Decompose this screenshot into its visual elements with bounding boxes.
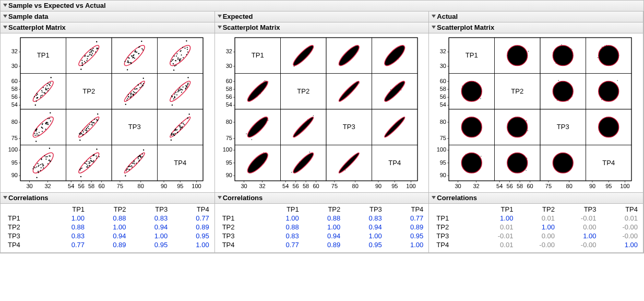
svg-rect-2843 xyxy=(616,51,616,52)
svg-rect-154 xyxy=(134,92,135,94)
svg-text:58: 58 xyxy=(11,86,18,92)
svg-rect-3110 xyxy=(466,91,467,92)
svg-rect-3225 xyxy=(559,96,559,96)
corr-cell: 0.01 xyxy=(515,214,557,223)
svg-rect-4448 xyxy=(561,159,562,159)
svg-rect-3482 xyxy=(473,132,474,132)
svg-rect-438 xyxy=(143,149,145,151)
svg-rect-3983 xyxy=(471,160,471,161)
svg-rect-3966 xyxy=(608,129,609,129)
panel-title[interactable]: Expected xyxy=(215,11,429,22)
disclosure-icon[interactable] xyxy=(432,26,436,29)
svg-rect-2817 xyxy=(568,60,568,61)
svg-rect-335 xyxy=(34,167,36,169)
scatterplot-matrix[interactable]: TP1TP2TP3TP43032545658607580909510030325… xyxy=(429,33,643,192)
svg-rect-383 xyxy=(90,158,92,159)
panel-title[interactable]: Sample data xyxy=(1,11,214,22)
svg-rect-2983 xyxy=(611,51,612,51)
svg-rect-4015 xyxy=(468,158,469,159)
correlations-title[interactable]: Correlations xyxy=(429,193,643,204)
svg-text:80: 80 xyxy=(138,183,144,189)
svg-rect-4187 xyxy=(514,160,514,160)
svg-rect-3799 xyxy=(515,129,515,130)
svg-rect-3485 xyxy=(479,133,479,134)
svg-rect-2927 xyxy=(605,53,606,54)
svg-rect-3316 xyxy=(602,99,602,100)
svg-rect-3872 xyxy=(600,126,601,127)
scatterplot-title[interactable]: Scatterplot Matrix xyxy=(429,22,643,33)
svg-rect-10 xyxy=(81,60,83,61)
svg-rect-3433 xyxy=(617,92,617,93)
svg-rect-2637 xyxy=(511,52,512,52)
svg-rect-3164 xyxy=(565,95,565,96)
svg-text:80: 80 xyxy=(440,119,446,125)
svg-rect-4105 xyxy=(473,165,473,166)
svg-rect-4423 xyxy=(562,166,562,167)
disclosure-icon[interactable] xyxy=(218,196,222,199)
svg-rect-3732 xyxy=(520,128,521,128)
disclosure-icon[interactable] xyxy=(3,196,7,199)
svg-rect-3056 xyxy=(470,96,471,96)
svg-rect-4217 xyxy=(517,158,518,159)
disclosure-icon[interactable] xyxy=(3,26,7,29)
svg-rect-301 xyxy=(183,123,184,124)
svg-rect-3673 xyxy=(514,126,515,126)
svg-rect-249 xyxy=(37,133,38,134)
disclosure-icon[interactable] xyxy=(3,4,7,7)
svg-rect-228 xyxy=(34,133,35,134)
svg-rect-3863 xyxy=(604,132,605,132)
disclosure-icon[interactable] xyxy=(3,15,7,18)
svg-rect-2607 xyxy=(521,53,522,53)
svg-rect-4076 xyxy=(470,161,471,161)
svg-rect-3441 xyxy=(601,91,602,92)
svg-rect-3074 xyxy=(479,86,480,87)
correlations-title[interactable]: Correlations xyxy=(215,193,429,204)
svg-rect-330 xyxy=(188,113,190,115)
svg-rect-3864 xyxy=(609,122,610,123)
svg-rect-2875 xyxy=(607,59,607,59)
correlations-title[interactable]: Correlations xyxy=(1,193,214,204)
svg-rect-437 xyxy=(125,175,126,177)
svg-rect-3184 xyxy=(560,88,560,89)
disclosure-icon[interactable] xyxy=(218,15,222,18)
svg-rect-4093 xyxy=(467,165,467,166)
svg-rect-4420 xyxy=(566,161,567,161)
disclosure-icon[interactable] xyxy=(432,15,436,18)
svg-rect-3145 xyxy=(474,95,474,95)
panel-title[interactable]: Actual xyxy=(429,11,643,22)
svg-text:30: 30 xyxy=(26,183,32,189)
svg-rect-3524 xyxy=(472,135,473,135)
svg-rect-2973 xyxy=(607,52,607,52)
svg-rect-3760 xyxy=(520,129,520,129)
svg-rect-16 xyxy=(84,61,86,62)
svg-rect-3380 xyxy=(606,91,607,91)
scatterplot-title[interactable]: Scatterplot Matrix xyxy=(215,22,429,33)
svg-rect-3330 xyxy=(612,87,613,88)
svg-rect-365 xyxy=(36,177,38,178)
scatterplot-matrix[interactable]: TP1TP2TP3TP43032545658607580909510030325… xyxy=(1,33,214,192)
svg-rect-3610 xyxy=(473,129,474,129)
svg-rect-3269 xyxy=(566,87,567,87)
scatterplot-title[interactable]: Scatterplot Matrix xyxy=(1,22,214,33)
corr-cell: 0.89 xyxy=(170,223,211,231)
svg-rect-4124 xyxy=(470,158,470,159)
svg-text:32: 32 xyxy=(259,183,265,189)
svg-text:TP3: TP3 xyxy=(557,123,569,131)
corr-cell: -0.01 xyxy=(474,231,516,240)
svg-rect-2584 xyxy=(517,51,518,52)
svg-rect-3615 xyxy=(475,131,476,131)
svg-rect-4415 xyxy=(563,161,564,161)
svg-rect-3228 xyxy=(559,84,559,84)
svg-rect-4116 xyxy=(474,164,475,164)
disclosure-icon[interactable] xyxy=(218,26,222,29)
disclosure-icon[interactable] xyxy=(432,196,436,199)
svg-rect-4139 xyxy=(520,158,521,159)
svg-rect-3915 xyxy=(606,124,606,125)
svg-rect-2938 xyxy=(605,60,605,60)
scatterplot-matrix[interactable]: TP1TP2TP3TP43032545658607580909510030325… xyxy=(215,33,429,192)
svg-rect-4229 xyxy=(520,165,521,165)
svg-rect-3747 xyxy=(512,132,513,132)
svg-rect-2912 xyxy=(607,63,608,64)
report-title[interactable]: Sample vs Expected vs Actual xyxy=(1,1,643,11)
svg-rect-3013 xyxy=(468,83,469,84)
